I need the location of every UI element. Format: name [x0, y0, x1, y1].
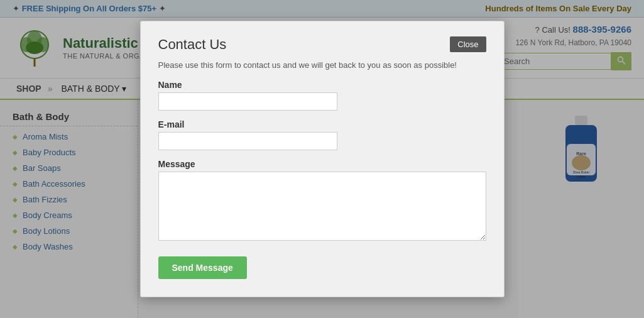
- message-textarea[interactable]: [158, 172, 486, 241]
- modal-overlay: Contact Us Close Please use this form to…: [0, 0, 644, 318]
- name-field-group: Name: [158, 80, 486, 111]
- send-button[interactable]: Send Message: [158, 256, 247, 279]
- modal-header: Contact Us Close: [158, 36, 486, 53]
- email-label: E-mail: [158, 119, 486, 129]
- name-input[interactable]: [158, 92, 337, 111]
- message-label: Message: [158, 159, 486, 169]
- contact-modal: Contact Us Close Please use this form to…: [140, 21, 505, 297]
- close-button[interactable]: Close: [450, 36, 486, 52]
- modal-description: Please use this form to contact us and w…: [158, 60, 486, 70]
- modal-title: Contact Us: [158, 36, 227, 53]
- email-input[interactable]: [158, 132, 337, 150]
- email-field-group: E-mail: [158, 119, 486, 150]
- message-field-group: Message: [158, 159, 486, 243]
- name-label: Name: [158, 80, 486, 90]
